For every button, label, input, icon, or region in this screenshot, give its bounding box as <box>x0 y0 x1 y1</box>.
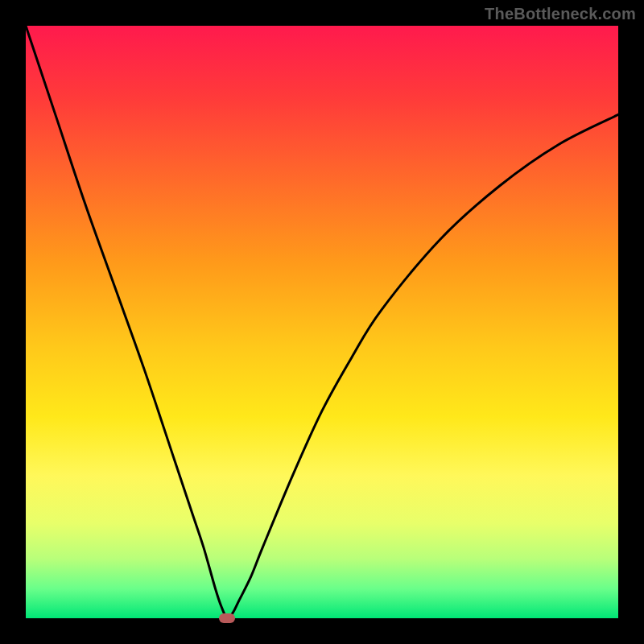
curve-layer <box>26 26 618 618</box>
chart-frame: TheBottleneck.com <box>0 0 644 644</box>
optimum-marker <box>219 613 235 623</box>
plot-area <box>26 26 618 618</box>
watermark-text: TheBottleneck.com <box>485 5 636 23</box>
bottleneck-curve <box>26 26 618 618</box>
